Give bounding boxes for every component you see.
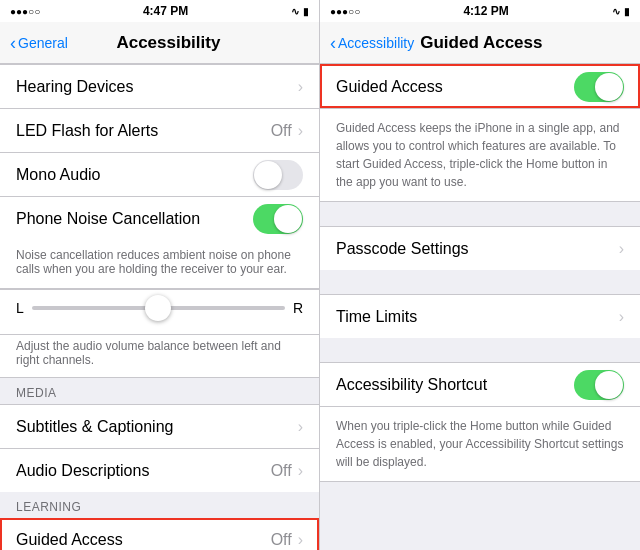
- right-battery-icon: ▮: [624, 6, 630, 17]
- left-signal: ●●●○○: [10, 6, 40, 17]
- noise-note: Noise cancellation reduces ambient noise…: [0, 240, 319, 289]
- right-settings-list: Guided Access Guided Access keeps the iP…: [320, 64, 640, 550]
- slider-right-label: R: [293, 300, 303, 316]
- accessibility-shortcut-toggle[interactable]: [574, 370, 624, 400]
- audio-balance-section: L R: [0, 289, 319, 335]
- passcode-settings-label: Passcode Settings: [336, 230, 619, 268]
- spacer-3: [320, 338, 640, 362]
- right-back-label: Accessibility: [338, 35, 414, 51]
- phone-noise-cell[interactable]: Phone Noise Cancellation: [0, 196, 319, 240]
- guided-access-left-cell[interactable]: Guided Access Off ›: [0, 518, 319, 550]
- left-back-button[interactable]: ‹ General: [10, 34, 68, 52]
- subtitles-label: Subtitles & Captioning: [16, 408, 298, 446]
- left-status-bar: ●●●○○ 4:47 PM ∿ ▮: [0, 0, 319, 22]
- guided-access-toggle-cell[interactable]: Guided Access: [320, 64, 640, 108]
- audio-desc-cell[interactable]: Audio Descriptions Off ›: [0, 448, 319, 492]
- subtitles-cell[interactable]: Subtitles & Captioning ›: [0, 404, 319, 448]
- learning-section-header: LEARNING: [0, 492, 319, 518]
- audio-desc-chevron: ›: [298, 462, 303, 480]
- spacer-2: [320, 270, 640, 294]
- mono-audio-knob: [254, 161, 282, 189]
- hearing-devices-label: Hearing Devices: [16, 68, 298, 106]
- phone-noise-knob: [274, 205, 302, 233]
- wifi-icon: ∿: [291, 6, 299, 17]
- guided-access-right-label: Guided Access: [336, 68, 574, 106]
- accessibility-shortcut-description: When you triple-click the Home button wh…: [320, 406, 640, 482]
- left-panel: ●●●○○ 4:47 PM ∿ ▮ ‹ General Accessibilit…: [0, 0, 320, 550]
- led-flash-value: Off: [271, 122, 292, 140]
- right-status-bar: ●●●○○ 4:12 PM ∿ ▮: [320, 0, 640, 22]
- right-back-button[interactable]: ‹ Accessibility: [330, 34, 414, 52]
- slider-track[interactable]: [32, 306, 285, 310]
- right-panel: ●●●○○ 4:12 PM ∿ ▮ ‹ Accessibility Guided…: [320, 0, 640, 550]
- mono-audio-toggle[interactable]: [253, 160, 303, 190]
- left-nav-title: Accessibility: [68, 33, 269, 53]
- accessibility-shortcut-knob: [595, 371, 623, 399]
- left-status-icons: ∿ ▮: [291, 6, 309, 17]
- right-nav-title: Guided Access: [420, 33, 542, 53]
- right-time: 4:12 PM: [463, 4, 508, 18]
- guided-access-left-value: Off: [271, 531, 292, 549]
- left-back-chevron: ‹: [10, 34, 16, 52]
- led-flash-chevron: ›: [298, 122, 303, 140]
- phone-noise-label: Phone Noise Cancellation: [16, 200, 253, 238]
- subtitles-chevron: ›: [298, 418, 303, 436]
- slider-thumb[interactable]: [145, 295, 171, 321]
- guided-access-left-chevron: ›: [298, 531, 303, 549]
- right-nav-title-container: Guided Access: [420, 33, 542, 53]
- passcode-settings-cell[interactable]: Passcode Settings ›: [320, 226, 640, 270]
- right-signal: ●●●○○: [330, 6, 360, 17]
- left-time: 4:47 PM: [143, 4, 188, 18]
- time-limits-cell[interactable]: Time Limits ›: [320, 294, 640, 338]
- time-limits-chevron: ›: [619, 308, 624, 326]
- guided-access-toggle-knob: [595, 73, 623, 101]
- hearing-devices-cell[interactable]: Hearing Devices ›: [0, 64, 319, 108]
- accessibility-shortcut-cell[interactable]: Accessibility Shortcut: [320, 362, 640, 406]
- right-wifi-icon: ∿: [612, 6, 620, 17]
- mono-audio-label: Mono Audio: [16, 156, 253, 194]
- mono-audio-cell[interactable]: Mono Audio: [0, 152, 319, 196]
- right-status-icons: ∿ ▮: [612, 6, 630, 17]
- left-nav-bar: ‹ General Accessibility: [0, 22, 319, 64]
- guided-access-description: Guided Access keeps the iPhone in a sing…: [320, 108, 640, 202]
- guided-access-toggle[interactable]: [574, 72, 624, 102]
- led-flash-cell[interactable]: LED Flash for Alerts Off ›: [0, 108, 319, 152]
- phone-noise-toggle[interactable]: [253, 204, 303, 234]
- audio-desc-label: Audio Descriptions: [16, 452, 271, 490]
- slider-note: Adjust the audio volume balance between …: [0, 335, 319, 378]
- spacer-1: [320, 202, 640, 226]
- slider-row: L R: [16, 300, 303, 316]
- time-limits-label: Time Limits: [336, 298, 619, 336]
- accessibility-shortcut-label: Accessibility Shortcut: [336, 366, 574, 404]
- left-settings-list: Hearing Devices › LED Flash for Alerts O…: [0, 64, 319, 550]
- right-nav-bar: ‹ Accessibility Guided Access: [320, 22, 640, 64]
- media-section-header: MEDIA: [0, 378, 319, 404]
- left-back-label: General: [18, 35, 68, 51]
- hearing-devices-chevron: ›: [298, 78, 303, 96]
- battery-icon: ▮: [303, 6, 309, 17]
- right-back-chevron: ‹: [330, 34, 336, 52]
- passcode-settings-chevron: ›: [619, 240, 624, 258]
- slider-left-label: L: [16, 300, 24, 316]
- audio-desc-value: Off: [271, 462, 292, 480]
- guided-access-left-label: Guided Access: [16, 521, 271, 550]
- led-flash-label: LED Flash for Alerts: [16, 112, 271, 150]
